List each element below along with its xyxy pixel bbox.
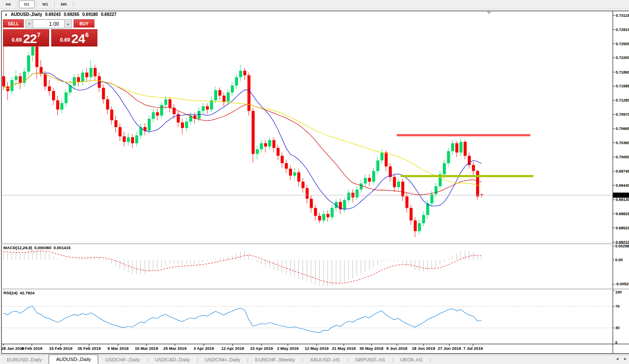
svg-text:27 Jun 2019: 27 Jun 2019 bbox=[438, 346, 461, 351]
tab-separator: | bbox=[430, 357, 431, 362]
candle-body bbox=[77, 77, 80, 82]
candle-body bbox=[206, 106, 209, 110]
candle-body bbox=[102, 88, 105, 99]
svg-text:0.72810: 0.72810 bbox=[616, 28, 629, 32]
spin-down-icon: ▼ bbox=[28, 22, 31, 25]
svg-text:0.72505: 0.72505 bbox=[616, 42, 629, 46]
sell-price-sup: 7 bbox=[37, 31, 40, 38]
svg-text:15 Feb 2019: 15 Feb 2019 bbox=[49, 346, 72, 351]
candle-body bbox=[314, 208, 317, 216]
terminal-window: H4D1W1MN 0.731150.728100.725050.722000.7… bbox=[0, 0, 629, 364]
candle-body bbox=[127, 137, 130, 142]
candle-body bbox=[297, 173, 300, 182]
candle-body bbox=[65, 93, 68, 103]
candle-body bbox=[35, 47, 38, 67]
rsi-pane-label: RSI(14) 42.7924 bbox=[3, 290, 34, 295]
rsi-value: 42.7924 bbox=[20, 290, 34, 295]
sell-price-box[interactable]: 0.69 22 7 bbox=[3, 29, 49, 46]
candle-body bbox=[214, 90, 217, 100]
chart-tabbar: EURUSD-,DailyAUDUSD-,DailyUSDCHF-,Daily|… bbox=[0, 355, 629, 364]
candle-body bbox=[48, 86, 51, 91]
candle-body bbox=[181, 123, 184, 128]
svg-text:3 Apr 2019: 3 Apr 2019 bbox=[193, 346, 214, 351]
candle-body bbox=[385, 152, 388, 166]
candle-body bbox=[19, 76, 22, 83]
chart-canvas[interactable]: 0.731150.728100.725050.722000.718900.715… bbox=[0, 0, 629, 364]
candle-body bbox=[322, 214, 325, 220]
svg-text:12 Apr 2019: 12 Apr 2019 bbox=[221, 346, 244, 351]
svg-text:0.69745: 0.69745 bbox=[616, 169, 629, 173]
tab-scrollers: ◄ ► bbox=[615, 357, 627, 361]
spin-up-icon: ▲ bbox=[67, 22, 70, 25]
candle-body bbox=[355, 189, 358, 197]
tab-usdcad-daily[interactable]: USDCAD-,Daily bbox=[148, 355, 197, 364]
candle-body bbox=[106, 99, 109, 110]
tab-audusd-daily[interactable]: AUDUSD-,Daily bbox=[49, 355, 98, 364]
svg-text:30 May 2019: 30 May 2019 bbox=[359, 346, 383, 351]
svg-text:25 Feb 2019: 25 Feb 2019 bbox=[78, 346, 101, 351]
timeframe-button-h4[interactable]: H4 bbox=[0, 0, 16, 8]
svg-text:0.70665: 0.70665 bbox=[616, 126, 629, 131]
candle-body bbox=[227, 93, 230, 102]
candle-body bbox=[90, 68, 93, 77]
candle-body bbox=[476, 171, 479, 196]
candle-body bbox=[464, 142, 467, 156]
svg-text:0.70050: 0.70050 bbox=[616, 155, 629, 159]
sell-price-big: 22 bbox=[23, 33, 37, 44]
tab-scroll-left-icon[interactable]: ◄ bbox=[615, 357, 619, 361]
svg-text:0.69130: 0.69130 bbox=[616, 197, 629, 202]
macd-main-value: 0.000360 bbox=[34, 245, 52, 250]
buy-button[interactable]: BUY bbox=[74, 19, 94, 28]
one-click-collapse-icon[interactable]: ▲ bbox=[4, 12, 8, 17]
candle-body bbox=[231, 86, 234, 93]
candle-body bbox=[410, 208, 413, 220]
svg-text:0.71280: 0.71280 bbox=[616, 98, 629, 102]
candle-body bbox=[268, 140, 271, 146]
candle-body bbox=[131, 137, 134, 143]
timeframe-button-w1[interactable]: W1 bbox=[37, 0, 53, 8]
candle-body bbox=[310, 199, 313, 208]
buy-price-prefix: 0.69 bbox=[60, 37, 70, 43]
svg-text:0.002984: 0.002984 bbox=[615, 244, 629, 248]
candle-body bbox=[222, 96, 225, 102]
sell-button[interactable]: SELL bbox=[3, 19, 24, 28]
candle-body bbox=[81, 73, 84, 82]
ohlc-open: 0.69243 bbox=[45, 12, 61, 17]
tab-ukoil-h1[interactable]: UKOil-,H1 bbox=[393, 355, 430, 364]
candle-body bbox=[152, 112, 155, 119]
svg-text:0.72200: 0.72200 bbox=[616, 56, 629, 60]
timeframe-button-mn[interactable]: MN bbox=[56, 0, 72, 8]
toolbar-separator bbox=[54, 1, 55, 7]
tab-gbpusd-h1[interactable]: GBPUSD-,H1 bbox=[348, 355, 392, 364]
tab-eurusd-daily[interactable]: EURUSD-,Daily bbox=[0, 355, 49, 364]
svg-text:0.69440: 0.69440 bbox=[616, 183, 629, 188]
candle-body bbox=[60, 103, 63, 110]
volume-decrease-button[interactable]: ▼ bbox=[25, 19, 33, 28]
buy-price-box[interactable]: 0.69 24 6 bbox=[51, 29, 97, 46]
tab-usdcnh-daily[interactable]: USDCNH-,Daily bbox=[198, 355, 247, 364]
candle-body bbox=[368, 178, 371, 182]
svg-text:15 Mar 2019: 15 Mar 2019 bbox=[135, 346, 158, 351]
candle-body bbox=[110, 110, 113, 120]
candle-body bbox=[15, 76, 18, 80]
candle-body bbox=[202, 106, 205, 111]
svg-text:-0.00525: -0.00525 bbox=[615, 282, 629, 286]
tab-scroll-right-icon[interactable]: ► bbox=[623, 357, 627, 361]
volume-input[interactable] bbox=[33, 19, 64, 28]
svg-text:0.70360: 0.70360 bbox=[616, 141, 629, 145]
candle-body bbox=[123, 136, 126, 142]
svg-text:23 Apr 2019: 23 Apr 2019 bbox=[250, 346, 273, 351]
svg-text:0.68520: 0.68520 bbox=[616, 226, 629, 230]
candle-body bbox=[235, 77, 238, 85]
svg-text:30: 30 bbox=[615, 326, 620, 330]
tab-eurchf-weekly[interactable]: EURCHF-,Weekly bbox=[248, 355, 302, 364]
tab-usdchf-daily[interactable]: USDCHF-,Daily bbox=[98, 355, 147, 364]
candle-body bbox=[210, 100, 213, 109]
tab-xauusd-h1[interactable]: XAUUSD-,H1 bbox=[303, 355, 347, 364]
current-price-tag: 0.69227 bbox=[613, 193, 629, 198]
candle-body bbox=[414, 220, 417, 231]
timeframe-button-d1[interactable]: D1 bbox=[19, 0, 34, 8]
volume-increase-button[interactable]: ▲ bbox=[64, 19, 72, 28]
candle-body bbox=[44, 74, 47, 86]
candle-body bbox=[318, 216, 321, 221]
